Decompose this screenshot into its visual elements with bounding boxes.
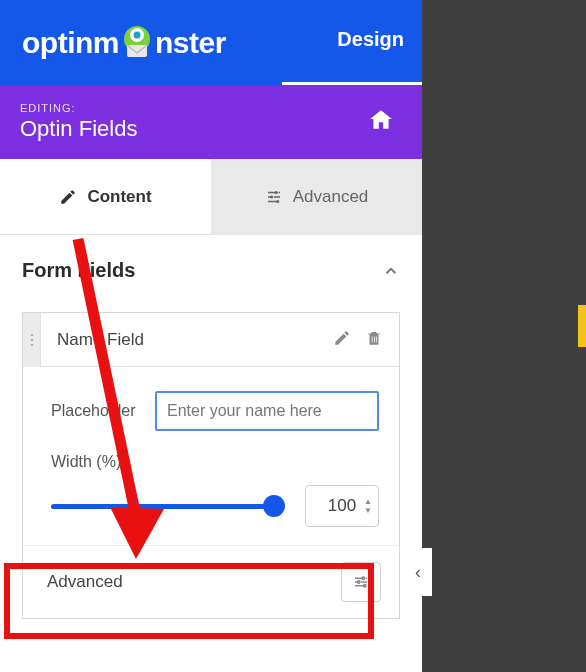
sliders-icon <box>265 188 283 206</box>
edit-icon[interactable] <box>333 329 351 351</box>
tab-advanced[interactable]: Advanced <box>211 159 422 234</box>
pencil-icon <box>59 188 77 206</box>
editing-label: EDITING: <box>20 102 137 114</box>
width-slider[interactable] <box>51 494 285 518</box>
stepper-icon[interactable]: ▲▼ <box>364 497 372 515</box>
editing-title: Optin Fields <box>20 116 137 142</box>
svg-point-8 <box>358 581 360 583</box>
field-card: Name Field Placeholder Width (%) <box>22 312 400 619</box>
width-value: 100 <box>328 496 356 516</box>
placeholder-label: Placeholder <box>51 402 155 420</box>
advanced-label: Advanced <box>47 572 123 592</box>
svg-point-6 <box>276 200 279 203</box>
svg-point-4 <box>274 191 277 194</box>
width-number-input[interactable]: 100 ▲▼ <box>305 485 379 527</box>
advanced-row[interactable]: Advanced <box>23 545 399 618</box>
width-label: Width (%) <box>51 453 379 471</box>
logo: optinm nster <box>22 23 226 63</box>
nav-design[interactable]: Design <box>337 28 404 57</box>
trash-icon[interactable] <box>365 329 383 351</box>
svg-point-5 <box>270 195 273 198</box>
chevron-up-icon <box>382 262 400 280</box>
logo-text-right: nster <box>155 26 226 60</box>
tab-advanced-label: Advanced <box>293 187 369 207</box>
svg-point-9 <box>364 585 366 587</box>
home-icon[interactable] <box>368 107 394 137</box>
placeholder-input[interactable] <box>155 391 379 431</box>
mascot-icon <box>117 23 157 63</box>
tab-content-label: Content <box>87 187 151 207</box>
section-title: Form Fields <box>22 259 135 282</box>
panel-body: Form Fields Name Field Placeholder <box>0 235 422 672</box>
logo-text-left: optinm <box>22 26 119 60</box>
preview-collapse-icon[interactable]: ‹ <box>404 548 432 596</box>
drag-handle-icon[interactable] <box>23 313 41 367</box>
field-title: Name Field <box>41 330 333 350</box>
svg-point-2 <box>133 31 140 38</box>
sliders-icon <box>352 573 370 591</box>
slider-thumb-icon[interactable] <box>263 495 285 517</box>
advanced-toggle-button[interactable] <box>341 562 381 602</box>
section-form-fields[interactable]: Form Fields <box>22 259 400 282</box>
app-header: optinm nster Design <box>0 0 422 85</box>
tabs: Content Advanced <box>0 159 422 235</box>
preview-pane: ‹ <box>422 0 586 672</box>
svg-point-7 <box>362 577 364 579</box>
tab-content[interactable]: Content <box>0 159 211 234</box>
editing-bar: EDITING: Optin Fields <box>0 85 422 159</box>
nav-design-underline <box>282 82 422 85</box>
preview-accent <box>578 305 586 347</box>
field-card-header: Name Field <box>23 313 399 367</box>
